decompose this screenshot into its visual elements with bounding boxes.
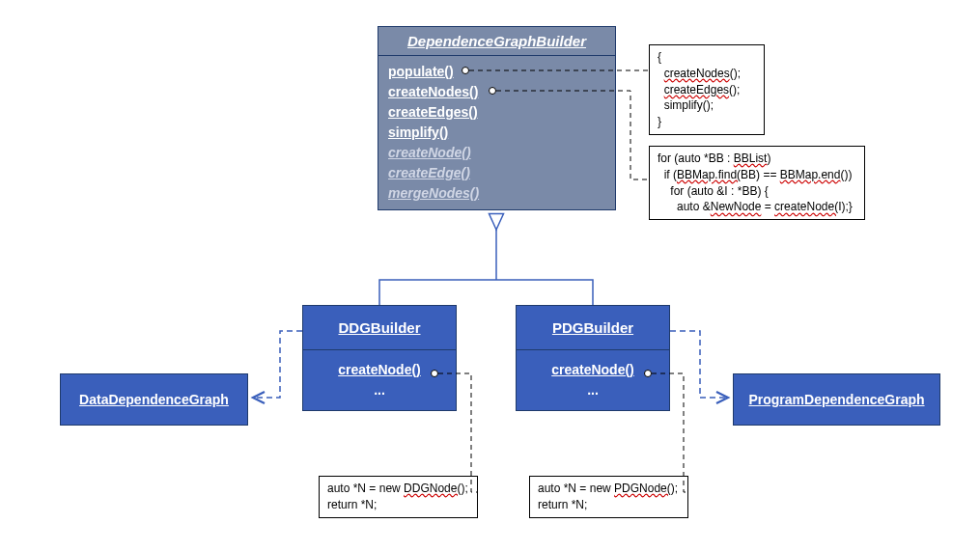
- method-createNode: createNode(): [313, 360, 446, 380]
- note-line: auto *N = new PDGNode();: [538, 481, 680, 497]
- note-line: }: [658, 114, 756, 130]
- note-line: return *N;: [538, 497, 680, 513]
- class-title: DDGBuilder: [303, 306, 456, 350]
- dependence-graph-builder-class: DependenceGraphBuilder populate() create…: [378, 26, 616, 210]
- method-simplify: simplify(): [388, 123, 605, 143]
- note-line: for (auto &I : *BB) {: [658, 183, 856, 200]
- note-line: auto *N = new DDGNode();: [327, 481, 469, 497]
- method-createNodes: createNodes(): [388, 82, 605, 102]
- method-ellipsis: ...: [526, 380, 659, 400]
- method-createEdge: createEdge(): [388, 163, 605, 183]
- note-line: createNodes();: [658, 66, 756, 82]
- method-ellipsis: ...: [313, 380, 446, 400]
- pdg-builder-class: PDGBuilder createNode() ...: [516, 305, 670, 411]
- note-line: {: [658, 49, 756, 66]
- note-ddg-createNode: auto *N = new DDGNode(); return *N;: [319, 476, 478, 518]
- anchor-populate: [462, 67, 469, 74]
- anchor-ddg-createNode: [431, 370, 438, 377]
- class-methods: createNode() ...: [303, 350, 456, 410]
- method-createEdges: createEdges(): [388, 102, 605, 123]
- class-methods: populate() createNodes() createEdges() s…: [378, 56, 615, 209]
- class-methods: createNode() ...: [517, 350, 669, 410]
- data-dependence-graph: DataDependenceGraph: [60, 373, 248, 426]
- class-title: PDGBuilder: [517, 306, 669, 350]
- note-populate: { createNodes(); createEdges(); simplify…: [649, 44, 765, 135]
- note-line: auto &NewNode = createNode(I);}: [658, 199, 856, 215]
- ddg-builder-class: DDGBuilder createNode() ...: [302, 305, 457, 411]
- method-mergeNodes: mergeNodes(): [388, 183, 605, 204]
- program-dependence-graph: ProgramDependenceGraph: [733, 373, 940, 426]
- note-line: return *N;: [327, 497, 469, 513]
- method-createNode: createNode(): [388, 143, 605, 163]
- note-pdg-createNode: auto *N = new PDGNode(); return *N;: [529, 476, 688, 518]
- anchor-pdg-createNode: [644, 370, 652, 377]
- note-createNodes: for (auto *BB : BBList) if (BBMap.find(B…: [649, 146, 865, 220]
- note-line: createEdges();: [658, 82, 756, 98]
- method-populate: populate(): [388, 62, 605, 82]
- note-line: if (BBMap.find(BB) == BBMap.end()): [658, 167, 856, 183]
- method-createNode: createNode(): [526, 360, 659, 380]
- anchor-createNodes: [489, 87, 496, 95]
- note-line: for (auto *BB : BBList): [658, 151, 856, 167]
- note-line: simplify();: [658, 97, 756, 114]
- class-title: DependenceGraphBuilder: [378, 27, 615, 56]
